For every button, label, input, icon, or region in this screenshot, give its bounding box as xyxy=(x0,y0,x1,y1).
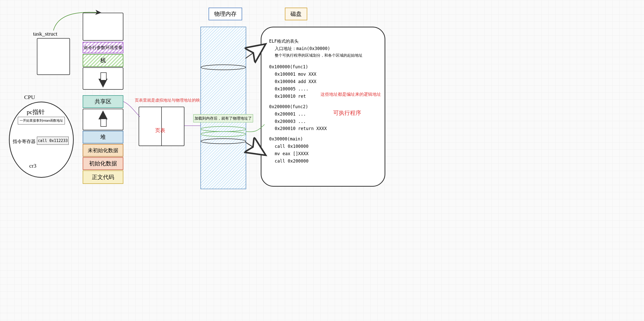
vmem-heap-grow xyxy=(83,109,123,130)
main-l2: mv eax []XXXX xyxy=(275,150,377,157)
vmem-stack-grow xyxy=(83,67,123,90)
func2-l3: 0x200010 return XXXX xyxy=(275,125,377,132)
vmem-stack: 栈 xyxy=(83,54,123,67)
elf-layout: 整个可执行程序的区域划分，和各个区域的起始地址 xyxy=(275,52,377,59)
main-head: 0x30000(main) xyxy=(269,135,377,143)
main-l3: call 0x200000 xyxy=(275,157,377,165)
func1-head: 0x100000(func1) xyxy=(269,63,377,71)
arrow-up-icon xyxy=(98,110,108,119)
vmem-shared: 共享区 xyxy=(83,95,123,108)
ir-label: 指令寄存器 xyxy=(13,138,36,145)
vmem-cmdline-env: 命令行参数环境变量 xyxy=(83,42,123,53)
vmem-bss: 未初始化数据 xyxy=(83,144,123,157)
arrow-down-icon xyxy=(98,79,108,88)
cpu-title: CPU xyxy=(24,94,35,101)
func2-l1: 0x200001 ... xyxy=(275,110,377,118)
disk-note-logical: 这些地址都是编址来的逻辑地址 xyxy=(320,91,381,97)
task-struct-label: task_struct xyxy=(33,30,57,37)
vmem-top-box xyxy=(83,13,123,41)
pc-note-box: 一开始直接拿到mian函数地址 xyxy=(18,117,65,124)
vmem-text: 正文代码 xyxy=(83,170,123,184)
func1-l1: 0x100001 mov XXX xyxy=(275,71,377,78)
pc-pointer-label: pc指针 xyxy=(27,108,45,116)
page-table-note: 页表里就是虚拟地址与物理地址的映射 xyxy=(135,98,204,103)
vmem-heap: 堆 xyxy=(83,131,123,143)
elf-header: ELF格式的表头 xyxy=(269,38,377,45)
func2-l2: 0x200003 ... xyxy=(275,118,377,125)
disk-header: 磁盘 xyxy=(285,8,307,20)
physmem-header: 物理内存 xyxy=(209,8,242,20)
page-table-divider xyxy=(161,107,162,146)
main-l1: call 0x100000 xyxy=(275,143,377,150)
task-struct-box xyxy=(37,38,70,75)
page-table-title: 页表 xyxy=(155,127,165,134)
func1-l2: 0x100004 add XXX xyxy=(275,78,377,85)
disk-panel: ELF格式的表头 入口地址：main(0x30000) 整个可执行程序的区域划分… xyxy=(261,27,385,187)
physmem-note: 加载到内存后，就有了物理地址了 xyxy=(193,114,253,122)
cr3-label: cr3 xyxy=(29,163,36,169)
ir-value-box: call 0x112233 xyxy=(37,137,69,145)
elf-entry: 入口地址：main(0x30000) xyxy=(275,45,377,52)
vmem-data: 初始化数据 xyxy=(83,157,123,170)
physmem-column xyxy=(200,27,246,189)
disk-note-exec: 可执行程序 xyxy=(333,109,361,117)
